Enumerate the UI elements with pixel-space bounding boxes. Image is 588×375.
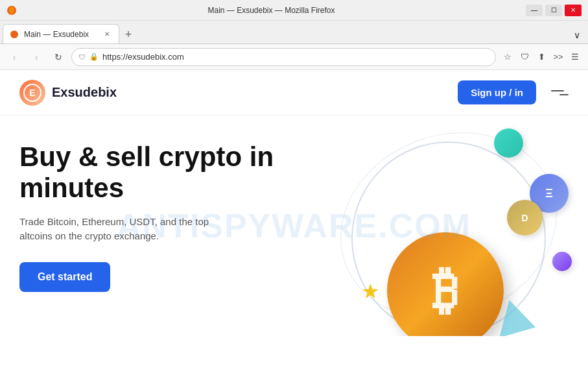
- window-controls: — ☐ ✕: [526, 5, 582, 16]
- hamburger-menu-button[interactable]: [547, 82, 569, 104]
- firefox-icon: [6, 5, 17, 16]
- svg-point-1: [10, 30, 18, 38]
- shield-icon: 🛡: [78, 53, 86, 61]
- lock-icon: 🔒: [89, 53, 99, 61]
- purple-coin: [552, 252, 572, 271]
- share-icon[interactable]: ⬆: [534, 49, 549, 65]
- active-tab[interactable]: Main — Exsudebix ✕: [3, 24, 119, 43]
- minimize-button[interactable]: —: [526, 5, 543, 16]
- url-text: https://exsudebix.com: [102, 52, 489, 62]
- extensions-icon[interactable]: >>: [550, 49, 566, 65]
- logo-area: E Exsudebix: [19, 80, 117, 106]
- hero-title: Buy & sell crypto in minutes: [19, 141, 292, 204]
- back-button[interactable]: ‹: [5, 48, 23, 66]
- tab-overflow-button[interactable]: ∨: [569, 27, 585, 43]
- reload-button[interactable]: ↻: [49, 48, 67, 66]
- address-bar: ‹ › ↻ 🛡 🔒 https://exsudebix.com ☆ 🛡 ⬆ >>…: [0, 44, 588, 70]
- header-right: Sign up / in: [458, 80, 569, 104]
- toolbar-right: ☆ 🛡 ⬆ >> ☰: [500, 49, 583, 65]
- menu-line-1: [551, 90, 564, 91]
- teal-coin: [494, 128, 523, 158]
- window-title: Main — Exsudebix — Mozilla Firefox: [17, 6, 526, 15]
- logo-icon: E: [19, 80, 45, 106]
- menu-line-2: [559, 94, 569, 95]
- new-tab-button[interactable]: +: [119, 25, 137, 43]
- address-input-wrap[interactable]: 🛡 🔒 https://exsudebix.com: [71, 48, 496, 66]
- svg-text:E: E: [29, 88, 35, 98]
- close-button[interactable]: ✕: [565, 5, 582, 16]
- site-header: E Exsudebix Sign up / in: [0, 70, 588, 115]
- hero-section: Buy & sell crypto in minutes Trade Bitco…: [0, 115, 588, 336]
- hero-left: Buy & sell crypto in minutes Trade Bitco…: [19, 141, 292, 292]
- tab-close-button[interactable]: ✕: [102, 29, 112, 40]
- doge-symbol: D: [521, 213, 528, 223]
- get-started-button[interactable]: Get started: [19, 262, 110, 292]
- bookmark-icon[interactable]: ☆: [500, 49, 515, 65]
- crypto-illustration: Ξ D ★ ₿: [322, 122, 575, 336]
- website-content: E Exsudebix Sign up / in Buy & sell cryp…: [0, 70, 588, 375]
- eth-symbol: Ξ: [545, 187, 553, 200]
- menu-icon[interactable]: ☰: [567, 49, 583, 65]
- hero-subtitle: Trade Bitcoin, Ethereum, USDT, and the t…: [19, 215, 240, 244]
- container-icon[interactable]: 🛡: [517, 49, 532, 65]
- tab-favicon: [10, 30, 19, 39]
- forward-button[interactable]: ›: [27, 48, 45, 66]
- logo-text: Exsudebix: [52, 85, 117, 100]
- tab-bar: Main — Exsudebix ✕ + ∨: [0, 21, 588, 44]
- btc-symbol: ₿: [432, 261, 458, 321]
- yellow-star: ★: [361, 279, 380, 304]
- doge-coin: D: [507, 200, 543, 236]
- maximize-button[interactable]: ☐: [545, 5, 562, 16]
- tab-title: Main — Exsudebix: [24, 30, 89, 39]
- title-bar: Main — Exsudebix — Mozilla Firefox — ☐ ✕: [0, 0, 588, 21]
- signup-button[interactable]: Sign up / in: [458, 80, 536, 104]
